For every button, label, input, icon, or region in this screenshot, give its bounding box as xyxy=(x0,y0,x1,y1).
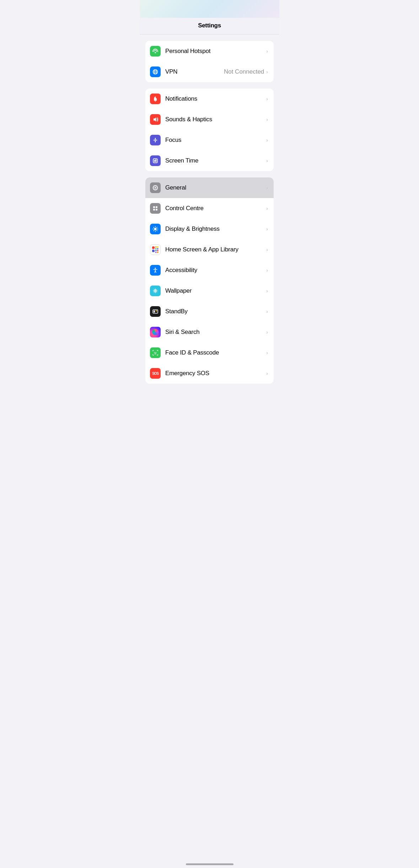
svg-rect-18 xyxy=(153,209,155,211)
wallpaper-label: Wallpaper xyxy=(165,287,266,294)
general-icon-wrap xyxy=(145,177,165,198)
focus-chevron: › xyxy=(266,137,268,143)
row-standby[interactable]: StandBy › xyxy=(145,301,274,322)
status-bar xyxy=(140,0,279,18)
siri-label: Siri & Search xyxy=(165,329,266,336)
svg-rect-13 xyxy=(156,159,157,162)
svg-rect-26 xyxy=(152,250,155,252)
hotspot-label: Personal Hotspot xyxy=(165,48,266,55)
row-notifications[interactable]: Notifications › xyxy=(145,89,274,109)
hotspot-chevron: › xyxy=(266,48,268,54)
svg-rect-36 xyxy=(156,310,157,311)
general-chevron: › xyxy=(266,185,268,191)
svg-rect-35 xyxy=(154,310,155,313)
row-sounds[interactable]: Sounds & Haptics › xyxy=(145,109,274,130)
wallpaper-chevron: › xyxy=(266,288,268,294)
homescreen-icon-wrap xyxy=(145,239,165,260)
svg-rect-24 xyxy=(155,248,157,250)
vpn-icon-wrap xyxy=(145,62,165,82)
vpn-chevron: › xyxy=(266,69,268,75)
hotspot-icon xyxy=(150,46,161,57)
siri-icon-wrap xyxy=(145,322,165,342)
svg-point-31 xyxy=(155,268,156,269)
accessibility-chevron: › xyxy=(266,267,268,273)
sos-label: Emergency SOS xyxy=(165,370,266,377)
svg-marker-9 xyxy=(154,117,156,122)
svg-rect-30 xyxy=(157,252,159,253)
row-home-screen[interactable]: Home Screen & App Library › xyxy=(145,239,274,260)
row-focus[interactable]: Focus › xyxy=(145,130,274,150)
section-general: General › Control Centre › xyxy=(145,177,274,384)
svg-rect-29 xyxy=(155,252,157,253)
controlcentre-label: Control Centre xyxy=(165,205,266,212)
display-icon-wrap xyxy=(145,219,165,239)
faceid-chevron: › xyxy=(266,350,268,356)
sounds-chevron: › xyxy=(266,117,268,122)
homescreen-label: Home Screen & App Library xyxy=(165,246,266,253)
row-screen-time[interactable]: Screen Time › xyxy=(145,150,274,171)
section-connectivity: Personal Hotspot › VPN Not Connected › xyxy=(145,41,274,82)
general-icon xyxy=(150,182,161,193)
general-label: General xyxy=(165,184,266,191)
svg-point-38 xyxy=(156,352,157,353)
faceid-label: Face ID & Passcode xyxy=(165,349,266,356)
homescreen-icon xyxy=(150,244,161,255)
row-wallpaper[interactable]: Wallpaper › xyxy=(145,281,274,301)
focus-icon xyxy=(150,135,161,145)
svg-point-8 xyxy=(156,96,158,98)
svg-point-0 xyxy=(155,52,156,53)
svg-rect-25 xyxy=(157,248,159,250)
focus-icon-wrap xyxy=(145,130,165,150)
svg-point-15 xyxy=(155,187,156,188)
faceid-icon xyxy=(150,347,161,358)
row-control-centre[interactable]: Control Centre › xyxy=(145,198,274,219)
home-bar xyxy=(186,863,233,865)
svg-point-33 xyxy=(155,291,156,291)
page-title: Settings xyxy=(140,22,279,29)
siri-chevron: › xyxy=(266,329,268,335)
row-accessibility[interactable]: Accessibility › xyxy=(145,260,274,281)
standby-chevron: › xyxy=(266,309,268,314)
svg-rect-6 xyxy=(154,100,157,101)
screentime-icon-wrap xyxy=(145,150,165,171)
notifications-icon-wrap xyxy=(145,89,165,109)
settings-content: Personal Hotspot › VPN Not Connected › xyxy=(140,41,279,398)
controlcentre-icon xyxy=(150,203,161,214)
focus-label: Focus xyxy=(165,137,266,144)
screentime-label: Screen Time xyxy=(165,157,266,164)
standby-label: StandBy xyxy=(165,308,266,315)
svg-point-7 xyxy=(155,101,156,102)
svg-rect-27 xyxy=(155,250,157,251)
display-icon xyxy=(150,224,161,234)
standby-icon xyxy=(150,306,161,317)
row-general[interactable]: General › xyxy=(145,177,274,198)
row-face-id[interactable]: Face ID & Passcode › xyxy=(145,342,274,363)
siri-icon xyxy=(150,327,161,337)
svg-rect-12 xyxy=(154,160,155,162)
row-siri[interactable]: Siri & Search › xyxy=(145,322,274,342)
svg-point-20 xyxy=(154,228,157,230)
accessibility-label: Accessibility xyxy=(165,267,266,274)
row-vpn[interactable]: VPN Not Connected › xyxy=(145,62,274,82)
row-personal-hotspot[interactable]: Personal Hotspot › xyxy=(145,41,274,62)
controlcentre-icon-wrap xyxy=(145,198,165,219)
wallpaper-icon-wrap xyxy=(145,281,165,301)
vpn-icon xyxy=(150,66,161,77)
svg-rect-10 xyxy=(153,159,157,163)
sounds-icon xyxy=(150,114,161,125)
homescreen-chevron: › xyxy=(266,247,268,252)
display-chevron: › xyxy=(266,226,268,232)
row-emergency-sos[interactable]: SOS Emergency SOS › xyxy=(145,363,274,384)
screentime-icon xyxy=(150,155,161,166)
sos-icon: SOS xyxy=(150,368,161,379)
svg-rect-19 xyxy=(156,209,157,211)
vpn-label: VPN xyxy=(165,68,224,75)
section-notifications: Notifications › Sounds & Haptics › xyxy=(145,89,274,171)
controlcentre-chevron: › xyxy=(266,206,268,211)
row-display[interactable]: Display & Brightness › xyxy=(145,219,274,239)
vpn-value: Not Connected xyxy=(224,68,264,75)
standby-icon-wrap xyxy=(145,301,165,322)
sos-chevron: › xyxy=(266,371,268,376)
screentime-chevron: › xyxy=(266,158,268,164)
svg-rect-22 xyxy=(155,246,157,248)
